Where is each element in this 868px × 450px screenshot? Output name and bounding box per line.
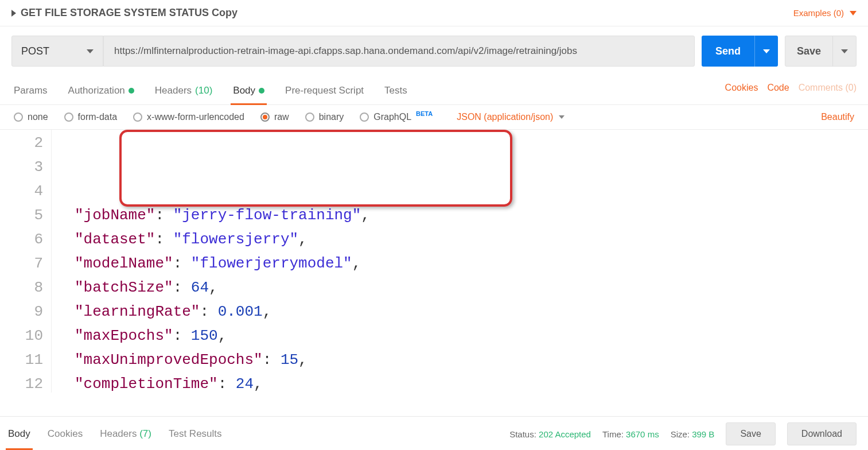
- body-type-urlencoded[interactable]: x-www-form-urlencoded: [133, 112, 244, 122]
- radio-icon: [133, 113, 142, 122]
- save-dropdown[interactable]: [832, 36, 856, 66]
- request-title: GET FILE STORAGE SYSTEM STATUS Copy: [21, 7, 238, 19]
- code-line[interactable]: "jobName": "jerry-flow-training",: [75, 203, 868, 227]
- radio-icon: [14, 113, 23, 122]
- tab-headers[interactable]: Headers (10): [153, 79, 215, 104]
- code-line[interactable]: "completionTime": 24,: [75, 372, 868, 393]
- tab-prerequest-script[interactable]: Pre-request Script: [283, 79, 366, 104]
- code-link[interactable]: Code: [767, 83, 789, 93]
- annotation-highlight-box: [119, 130, 512, 207]
- url-value: https://mlfinternalproduction-retrain-im…: [114, 45, 577, 57]
- line-number: 6: [0, 227, 43, 251]
- method-value: POST: [21, 45, 49, 57]
- url-input[interactable]: https://mlfinternalproduction-retrain-im…: [103, 36, 695, 67]
- body-type-graphql[interactable]: GraphQLBETA: [360, 112, 433, 122]
- cookies-link[interactable]: Cookies: [725, 83, 758, 93]
- response-save-button[interactable]: Save: [726, 422, 775, 445]
- response-tab-headers[interactable]: Headers (7): [98, 424, 154, 444]
- size-info: Size: 399 B: [671, 429, 715, 439]
- line-number: 11: [0, 348, 43, 372]
- status-info: Status: 202 Accepted: [509, 429, 591, 439]
- modified-dot-icon: [259, 88, 264, 94]
- save-button[interactable]: Save: [785, 36, 857, 67]
- send-dropdown[interactable]: [754, 36, 778, 67]
- radio-checked-icon: [260, 113, 270, 122]
- body-type-raw[interactable]: raw: [260, 112, 289, 122]
- caret-down-icon: [559, 115, 565, 119]
- code-line[interactable]: "modelName": "flowerjerrymodel",: [75, 251, 868, 276]
- caret-down-icon: [841, 49, 848, 53]
- line-number: 2: [0, 131, 43, 155]
- response-tab-test-results[interactable]: Test Results: [166, 424, 224, 444]
- body-type-binary[interactable]: binary: [305, 112, 344, 122]
- comments-link[interactable]: Comments (0): [799, 83, 857, 93]
- line-number: 10: [0, 324, 43, 348]
- line-number: 4: [0, 179, 43, 203]
- line-number: 12: [0, 372, 43, 393]
- time-info: Time: 3670 ms: [602, 429, 659, 439]
- response-tab-cookies[interactable]: Cookies: [45, 424, 85, 444]
- beautify-link[interactable]: Beautify: [821, 112, 854, 122]
- radio-icon: [64, 113, 73, 122]
- send-button[interactable]: Send: [702, 36, 778, 67]
- caret-down-icon: [850, 11, 857, 15]
- code-line[interactable]: "maxEpochs": 150,: [75, 324, 868, 348]
- examples-label: Examples (0): [793, 8, 844, 18]
- line-number-gutter: 23456789101112: [0, 130, 52, 393]
- line-number: 8: [0, 276, 43, 300]
- tab-authorization[interactable]: Authorization: [66, 79, 137, 104]
- method-select[interactable]: POST: [11, 36, 103, 67]
- code-line[interactable]: "maxUnimprovedEpochs": 15,: [75, 348, 868, 372]
- response-tab-body[interactable]: Body: [6, 424, 33, 444]
- line-number: 7: [0, 251, 43, 276]
- code-line[interactable]: "learningRate": 0.001,: [75, 300, 868, 324]
- caret-down-icon: [87, 49, 94, 53]
- body-type-formdata[interactable]: form-data: [64, 112, 117, 122]
- modified-dot-icon: [129, 88, 134, 94]
- code-editor[interactable]: 23456789101112 "jobName": "jerry-flow-tr…: [0, 130, 868, 393]
- caret-down-icon: [763, 49, 770, 53]
- tab-params[interactable]: Params: [11, 79, 50, 104]
- radio-icon: [305, 113, 314, 122]
- tab-body[interactable]: Body: [231, 79, 267, 104]
- response-download-button[interactable]: Download: [787, 422, 857, 445]
- content-type-select[interactable]: JSON (application/json): [457, 112, 565, 122]
- line-number: 5: [0, 203, 43, 227]
- tab-tests[interactable]: Tests: [382, 79, 410, 104]
- code-line[interactable]: "dataset": "flowersjerry",: [75, 227, 868, 251]
- code-line[interactable]: "batchSize": 64,: [75, 276, 868, 300]
- line-number: 3: [0, 155, 43, 179]
- radio-icon: [360, 113, 369, 122]
- body-type-none[interactable]: none: [14, 112, 48, 122]
- examples-dropdown[interactable]: Examples (0): [793, 8, 857, 18]
- line-number: 9: [0, 300, 43, 324]
- expand-caret-icon[interactable]: [11, 10, 16, 17]
